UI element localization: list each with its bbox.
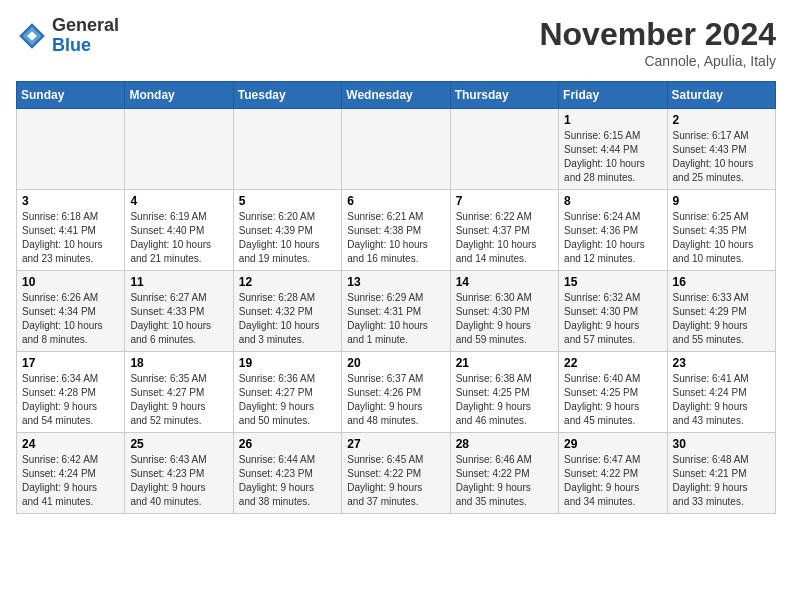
calendar-cell: 6Sunrise: 6:21 AM Sunset: 4:38 PM Daylig… bbox=[342, 190, 450, 271]
calendar-cell bbox=[342, 109, 450, 190]
day-number: 13 bbox=[347, 275, 444, 289]
weekday-header: Monday bbox=[125, 82, 233, 109]
location: Cannole, Apulia, Italy bbox=[539, 53, 776, 69]
calendar-cell: 27Sunrise: 6:45 AM Sunset: 4:22 PM Dayli… bbox=[342, 433, 450, 514]
day-number: 6 bbox=[347, 194, 444, 208]
calendar-cell: 10Sunrise: 6:26 AM Sunset: 4:34 PM Dayli… bbox=[17, 271, 125, 352]
calendar-cell: 30Sunrise: 6:48 AM Sunset: 4:21 PM Dayli… bbox=[667, 433, 775, 514]
day-number: 7 bbox=[456, 194, 553, 208]
day-info: Sunrise: 6:36 AM Sunset: 4:27 PM Dayligh… bbox=[239, 372, 336, 428]
calendar-cell: 5Sunrise: 6:20 AM Sunset: 4:39 PM Daylig… bbox=[233, 190, 341, 271]
day-info: Sunrise: 6:44 AM Sunset: 4:23 PM Dayligh… bbox=[239, 453, 336, 509]
calendar-cell: 18Sunrise: 6:35 AM Sunset: 4:27 PM Dayli… bbox=[125, 352, 233, 433]
title-block: November 2024 Cannole, Apulia, Italy bbox=[539, 16, 776, 69]
calendar-week-row: 24Sunrise: 6:42 AM Sunset: 4:24 PM Dayli… bbox=[17, 433, 776, 514]
day-info: Sunrise: 6:29 AM Sunset: 4:31 PM Dayligh… bbox=[347, 291, 444, 347]
day-number: 22 bbox=[564, 356, 661, 370]
calendar-cell bbox=[450, 109, 558, 190]
day-info: Sunrise: 6:17 AM Sunset: 4:43 PM Dayligh… bbox=[673, 129, 770, 185]
day-info: Sunrise: 6:38 AM Sunset: 4:25 PM Dayligh… bbox=[456, 372, 553, 428]
day-info: Sunrise: 6:41 AM Sunset: 4:24 PM Dayligh… bbox=[673, 372, 770, 428]
page-header: General Blue November 2024 Cannole, Apul… bbox=[16, 16, 776, 69]
weekday-header: Friday bbox=[559, 82, 667, 109]
calendar-week-row: 1Sunrise: 6:15 AM Sunset: 4:44 PM Daylig… bbox=[17, 109, 776, 190]
calendar-cell: 9Sunrise: 6:25 AM Sunset: 4:35 PM Daylig… bbox=[667, 190, 775, 271]
day-info: Sunrise: 6:18 AM Sunset: 4:41 PM Dayligh… bbox=[22, 210, 119, 266]
weekday-header: Sunday bbox=[17, 82, 125, 109]
day-info: Sunrise: 6:28 AM Sunset: 4:32 PM Dayligh… bbox=[239, 291, 336, 347]
calendar-cell bbox=[125, 109, 233, 190]
calendar-cell: 2Sunrise: 6:17 AM Sunset: 4:43 PM Daylig… bbox=[667, 109, 775, 190]
calendar-cell: 23Sunrise: 6:41 AM Sunset: 4:24 PM Dayli… bbox=[667, 352, 775, 433]
day-info: Sunrise: 6:35 AM Sunset: 4:27 PM Dayligh… bbox=[130, 372, 227, 428]
day-number: 12 bbox=[239, 275, 336, 289]
day-info: Sunrise: 6:20 AM Sunset: 4:39 PM Dayligh… bbox=[239, 210, 336, 266]
day-info: Sunrise: 6:42 AM Sunset: 4:24 PM Dayligh… bbox=[22, 453, 119, 509]
weekday-header: Thursday bbox=[450, 82, 558, 109]
day-number: 9 bbox=[673, 194, 770, 208]
calendar-cell bbox=[233, 109, 341, 190]
day-number: 1 bbox=[564, 113, 661, 127]
day-number: 14 bbox=[456, 275, 553, 289]
logo: General Blue bbox=[16, 16, 119, 56]
calendar-cell: 12Sunrise: 6:28 AM Sunset: 4:32 PM Dayli… bbox=[233, 271, 341, 352]
calendar-cell: 21Sunrise: 6:38 AM Sunset: 4:25 PM Dayli… bbox=[450, 352, 558, 433]
calendar-cell: 1Sunrise: 6:15 AM Sunset: 4:44 PM Daylig… bbox=[559, 109, 667, 190]
day-number: 11 bbox=[130, 275, 227, 289]
weekday-header: Saturday bbox=[667, 82, 775, 109]
day-info: Sunrise: 6:47 AM Sunset: 4:22 PM Dayligh… bbox=[564, 453, 661, 509]
day-number: 2 bbox=[673, 113, 770, 127]
logo-text: General Blue bbox=[52, 16, 119, 56]
day-number: 24 bbox=[22, 437, 119, 451]
calendar-cell: 22Sunrise: 6:40 AM Sunset: 4:25 PM Dayli… bbox=[559, 352, 667, 433]
logo-icon bbox=[16, 20, 48, 52]
calendar-cell: 8Sunrise: 6:24 AM Sunset: 4:36 PM Daylig… bbox=[559, 190, 667, 271]
calendar-week-row: 10Sunrise: 6:26 AM Sunset: 4:34 PM Dayli… bbox=[17, 271, 776, 352]
day-info: Sunrise: 6:19 AM Sunset: 4:40 PM Dayligh… bbox=[130, 210, 227, 266]
calendar-cell: 3Sunrise: 6:18 AM Sunset: 4:41 PM Daylig… bbox=[17, 190, 125, 271]
day-number: 25 bbox=[130, 437, 227, 451]
weekday-header-row: SundayMondayTuesdayWednesdayThursdayFrid… bbox=[17, 82, 776, 109]
day-number: 30 bbox=[673, 437, 770, 451]
day-number: 15 bbox=[564, 275, 661, 289]
day-info: Sunrise: 6:25 AM Sunset: 4:35 PM Dayligh… bbox=[673, 210, 770, 266]
calendar-cell: 17Sunrise: 6:34 AM Sunset: 4:28 PM Dayli… bbox=[17, 352, 125, 433]
day-number: 4 bbox=[130, 194, 227, 208]
calendar-cell: 24Sunrise: 6:42 AM Sunset: 4:24 PM Dayli… bbox=[17, 433, 125, 514]
day-number: 16 bbox=[673, 275, 770, 289]
calendar-cell: 7Sunrise: 6:22 AM Sunset: 4:37 PM Daylig… bbox=[450, 190, 558, 271]
calendar-cell: 26Sunrise: 6:44 AM Sunset: 4:23 PM Dayli… bbox=[233, 433, 341, 514]
day-number: 17 bbox=[22, 356, 119, 370]
day-number: 18 bbox=[130, 356, 227, 370]
day-number: 19 bbox=[239, 356, 336, 370]
calendar-cell: 13Sunrise: 6:29 AM Sunset: 4:31 PM Dayli… bbox=[342, 271, 450, 352]
weekday-header: Wednesday bbox=[342, 82, 450, 109]
day-number: 21 bbox=[456, 356, 553, 370]
calendar-week-row: 17Sunrise: 6:34 AM Sunset: 4:28 PM Dayli… bbox=[17, 352, 776, 433]
calendar-cell: 14Sunrise: 6:30 AM Sunset: 4:30 PM Dayli… bbox=[450, 271, 558, 352]
calendar-table: SundayMondayTuesdayWednesdayThursdayFrid… bbox=[16, 81, 776, 514]
calendar-cell: 11Sunrise: 6:27 AM Sunset: 4:33 PM Dayli… bbox=[125, 271, 233, 352]
day-number: 28 bbox=[456, 437, 553, 451]
day-info: Sunrise: 6:48 AM Sunset: 4:21 PM Dayligh… bbox=[673, 453, 770, 509]
day-info: Sunrise: 6:30 AM Sunset: 4:30 PM Dayligh… bbox=[456, 291, 553, 347]
calendar-cell: 19Sunrise: 6:36 AM Sunset: 4:27 PM Dayli… bbox=[233, 352, 341, 433]
day-number: 10 bbox=[22, 275, 119, 289]
day-info: Sunrise: 6:45 AM Sunset: 4:22 PM Dayligh… bbox=[347, 453, 444, 509]
day-info: Sunrise: 6:26 AM Sunset: 4:34 PM Dayligh… bbox=[22, 291, 119, 347]
day-info: Sunrise: 6:22 AM Sunset: 4:37 PM Dayligh… bbox=[456, 210, 553, 266]
calendar-week-row: 3Sunrise: 6:18 AM Sunset: 4:41 PM Daylig… bbox=[17, 190, 776, 271]
day-info: Sunrise: 6:37 AM Sunset: 4:26 PM Dayligh… bbox=[347, 372, 444, 428]
day-number: 27 bbox=[347, 437, 444, 451]
calendar-cell: 4Sunrise: 6:19 AM Sunset: 4:40 PM Daylig… bbox=[125, 190, 233, 271]
day-info: Sunrise: 6:46 AM Sunset: 4:22 PM Dayligh… bbox=[456, 453, 553, 509]
calendar-cell: 29Sunrise: 6:47 AM Sunset: 4:22 PM Dayli… bbox=[559, 433, 667, 514]
day-number: 8 bbox=[564, 194, 661, 208]
day-info: Sunrise: 6:21 AM Sunset: 4:38 PM Dayligh… bbox=[347, 210, 444, 266]
weekday-header: Tuesday bbox=[233, 82, 341, 109]
calendar-cell: 20Sunrise: 6:37 AM Sunset: 4:26 PM Dayli… bbox=[342, 352, 450, 433]
day-info: Sunrise: 6:33 AM Sunset: 4:29 PM Dayligh… bbox=[673, 291, 770, 347]
calendar-cell: 25Sunrise: 6:43 AM Sunset: 4:23 PM Dayli… bbox=[125, 433, 233, 514]
day-info: Sunrise: 6:34 AM Sunset: 4:28 PM Dayligh… bbox=[22, 372, 119, 428]
day-number: 23 bbox=[673, 356, 770, 370]
